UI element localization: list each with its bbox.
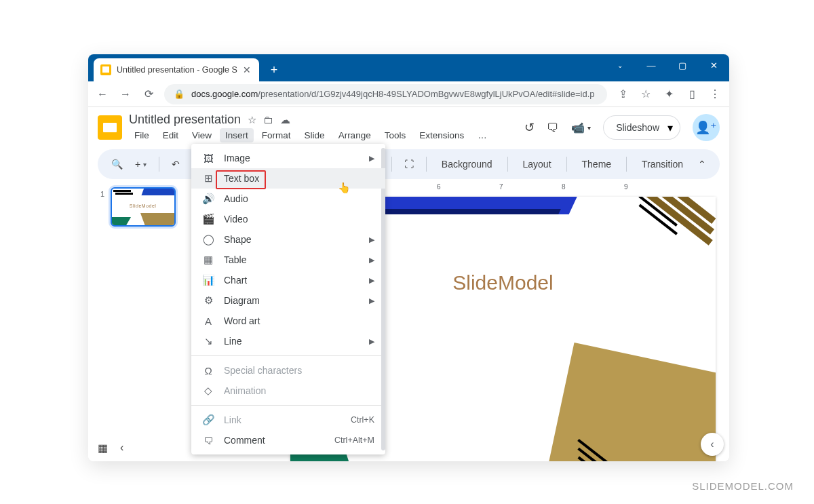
menu-item-label: Line (224, 336, 241, 347)
move-icon[interactable]: 🗀 (263, 114, 273, 126)
menu-file[interactable]: File (129, 128, 155, 142)
thumbnail-number: 1 (100, 190, 104, 198)
app-header: Untitled presentation ☆ 🗀 ☁ FileEditView… (88, 107, 729, 142)
menu-item-label: Image (224, 153, 250, 163)
menu-item-icon: A (202, 315, 214, 327)
nav-back-icon[interactable]: ← (95, 88, 110, 100)
new-slide-button[interactable]: + ▾ (131, 156, 151, 172)
fit-icon[interactable]: ⛶ (400, 156, 418, 172)
menu-slide[interactable]: Slide (299, 128, 330, 142)
address-bar[interactable]: 🔒 docs.google.com/presentation/d/1G9zjv4… (164, 84, 607, 104)
insert-menu-chart[interactable]: 📊Chart▶ (191, 270, 385, 290)
comments-icon[interactable]: 🗨 (547, 121, 559, 135)
menu-arrange[interactable]: Arrange (333, 128, 376, 142)
menu-item-label: Audio (224, 193, 248, 204)
slides-logo-icon[interactable] (98, 115, 122, 140)
menu-item-icon: ⚙ (202, 294, 214, 307)
workspace: 1 SlideModel 456789 SlideModel (88, 182, 729, 461)
tab-close-icon[interactable]: ✕ (243, 64, 251, 75)
window-minimize-icon[interactable]: — (636, 54, 667, 76)
insert-menu-shape[interactable]: ◯Shape▶ (191, 229, 385, 250)
grid-view-icon[interactable]: ▦ (98, 442, 108, 454)
submenu-arrow-icon: ▶ (369, 256, 374, 265)
slides-app: Untitled presentation ☆ 🗀 ☁ FileEditView… (88, 107, 729, 461)
insert-menu-image[interactable]: 🖼Image▶ (191, 148, 385, 168)
window-maximize-icon[interactable]: ▢ (667, 54, 698, 76)
menu-item-icon: 🗨 (202, 435, 214, 446)
menu-…[interactable]: … (472, 128, 492, 142)
menu-item-icon: 🎬 (202, 213, 214, 225)
menu-extensions[interactable]: Extensions (414, 128, 469, 142)
nav-forward-icon[interactable]: → (118, 88, 133, 100)
window-dropdown-icon[interactable]: ⌄ (604, 54, 636, 76)
explore-fab[interactable]: ‹ (701, 433, 724, 456)
share-button[interactable]: 👤⁺ (693, 114, 720, 141)
menu-item-icon: 🖼 (202, 153, 214, 164)
menu-item-label: Link (224, 414, 241, 425)
insert-menu-table[interactable]: ▦Table▶ (191, 250, 385, 270)
reading-list-icon[interactable]: ▯ (684, 88, 699, 100)
menu-insert[interactable]: Insert (220, 128, 254, 142)
insert-menu-video[interactable]: 🎬Video (191, 209, 385, 229)
browser-titlebar: Untitled presentation - Google S ✕ + ⌄ —… (88, 54, 729, 81)
cloud-status-icon[interactable]: ☁ (280, 114, 290, 126)
menu-edit[interactable]: Edit (157, 128, 184, 142)
slide-thumbnail-1[interactable]: SlideModel (111, 187, 176, 227)
insert-menu-audio[interactable]: 🔊Audio (191, 189, 385, 209)
menu-item-label: Special characters (224, 365, 302, 376)
ruler-mark: 7 (499, 183, 503, 191)
watermark: SLIDEMODEL.COM (692, 480, 794, 492)
layout-button[interactable]: Layout (516, 156, 558, 172)
submenu-arrow-icon: ▶ (369, 276, 374, 285)
menu-format[interactable]: Format (256, 128, 296, 142)
theme-button[interactable]: Theme (575, 156, 619, 172)
nav-reload-icon[interactable]: ⟳ (141, 88, 156, 100)
menu-item-icon: ▦ (202, 254, 214, 266)
meet-button[interactable]: 📹 ▾ (571, 121, 591, 134)
star-icon[interactable]: ☆ (248, 114, 256, 126)
submenu-arrow-icon: ▶ (369, 296, 374, 305)
window-close-icon[interactable]: ✕ (698, 54, 729, 76)
menu-item-label: Diagram (224, 295, 260, 306)
prev-slide-icon[interactable]: ‹ (120, 442, 123, 454)
ruler-mark: 6 (437, 183, 441, 191)
new-tab-button[interactable]: + (265, 60, 284, 79)
document-title[interactable]: Untitled presentation (129, 113, 241, 127)
insert-menu-animation: ◇Animation (191, 381, 385, 401)
ruler-mark: 8 (562, 183, 566, 191)
chrome-menu-icon[interactable]: ⋮ (708, 88, 722, 100)
menu-shortcut: Ctrl+K (351, 415, 374, 425)
search-icon[interactable]: 🔍 (107, 156, 127, 172)
submenu-arrow-icon: ▶ (369, 337, 374, 346)
menu-item-icon: Ω (202, 365, 214, 376)
menu-item-label: Text box (224, 173, 259, 184)
menu-item-icon: ⊞ (202, 172, 214, 185)
menu-item-label: Animation (224, 385, 266, 396)
transition-button[interactable]: Transition (635, 156, 690, 172)
collapse-toolbar-icon[interactable]: ⌃ (694, 156, 710, 172)
url-domain: docs.google.com (191, 89, 258, 99)
menu-view[interactable]: View (187, 128, 217, 142)
insert-menu-special-characters: ΩSpecial characters (191, 360, 385, 381)
menu-tools[interactable]: Tools (379, 128, 412, 142)
history-icon[interactable]: ↺ (524, 120, 535, 135)
ruler-mark: 9 (624, 183, 628, 191)
submenu-arrow-icon: ▶ (369, 235, 374, 244)
bookmark-star-icon[interactable]: ☆ (638, 88, 653, 100)
background-button[interactable]: Background (435, 156, 499, 172)
insert-menu-word-art[interactable]: AWord art (191, 311, 385, 331)
insert-menu-text-box[interactable]: ⊞Text box (191, 168, 385, 189)
extensions-icon[interactable]: ✦ (661, 88, 676, 100)
menu-item-icon: ◇ (202, 385, 214, 397)
menu-bar: FileEditViewInsertFormatSlideArrangeTool… (129, 128, 492, 142)
menu-item-label: Chart (224, 275, 247, 286)
menu-item-icon: ◯ (202, 233, 214, 246)
share-url-icon[interactable]: ⇪ (615, 88, 630, 100)
insert-menu-line[interactable]: ↘Line▶ (191, 331, 385, 351)
insert-menu-comment[interactable]: 🗨CommentCtrl+Alt+M (191, 430, 385, 450)
insert-menu-diagram[interactable]: ⚙Diagram▶ (191, 290, 385, 311)
browser-tab[interactable]: Untitled presentation - Google S ✕ (94, 58, 259, 81)
url-path: /presentation/d/1G9zjv449jqcH8-49SLYADOm… (258, 89, 594, 99)
slideshow-options-button[interactable]: ▾ (660, 115, 680, 140)
undo-icon[interactable]: ↶ (168, 156, 184, 172)
